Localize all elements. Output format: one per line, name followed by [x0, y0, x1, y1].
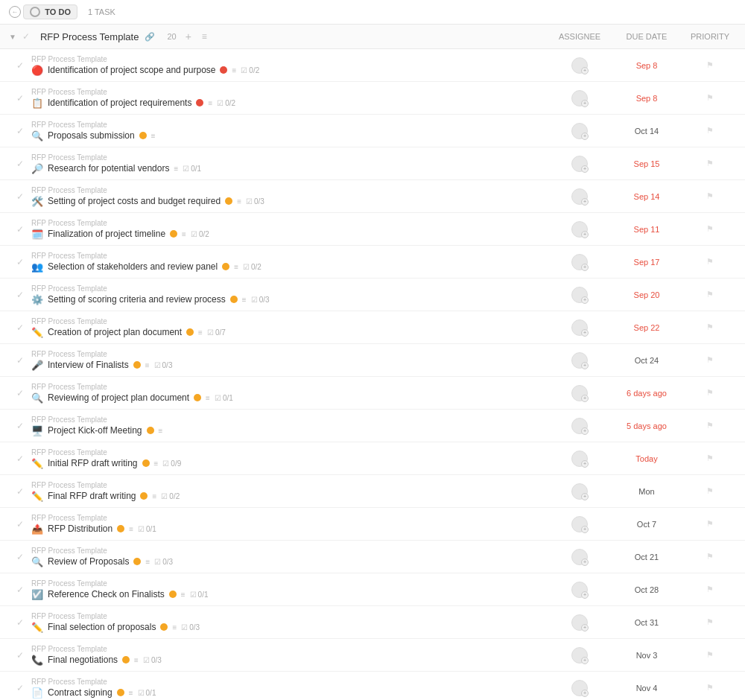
task-row[interactable]: ✓ RFP Process Template 🔴 Identification … — [0, 49, 745, 82]
task-name[interactable]: Project Kick-off Meeting — [48, 425, 142, 436]
check-col[interactable]: ✓ — [9, 126, 31, 136]
assignee-cell[interactable]: + — [550, 385, 609, 401]
task-menu-icon[interactable]: ≡ — [154, 459, 159, 468]
check-col[interactable]: ✓ — [9, 159, 31, 169]
task-menu-icon[interactable]: ≡ — [181, 591, 186, 599]
task-menu-icon[interactable]: ≡ — [152, 492, 156, 500]
check-col[interactable]: ✓ — [9, 650, 31, 661]
check-col[interactable]: ✓ — [9, 322, 31, 333]
priority-cell[interactable]: ⚑ — [684, 519, 736, 529]
task-row[interactable]: ✓ RFP Process Template 🎤 Interview of Fi… — [0, 344, 745, 377]
due-date-cell[interactable]: Sep 20 — [609, 290, 684, 299]
avatar[interactable]: + — [571, 188, 588, 205]
assignee-cell[interactable]: + — [550, 188, 609, 205]
check-col[interactable]: ✓ — [9, 683, 31, 693]
task-name[interactable]: Reference Check on Finalists — [48, 589, 165, 599]
task-name[interactable]: Initial RFP draft writing — [48, 458, 138, 468]
priority-cell[interactable]: ⚑ — [684, 617, 736, 627]
task-menu-icon[interactable]: ≡ — [172, 623, 177, 631]
avatar[interactable]: + — [571, 221, 588, 238]
due-date-cell[interactable]: Sep 15 — [609, 159, 684, 168]
due-date-cell[interactable]: Oct 24 — [609, 356, 684, 365]
back-button[interactable]: ← — [9, 6, 21, 18]
task-name[interactable]: Review of Proposals — [48, 556, 129, 567]
check-col[interactable]: ✓ — [9, 191, 31, 202]
task-menu-icon[interactable]: ≡ — [182, 230, 186, 238]
task-menu-icon[interactable]: ≡ — [237, 197, 241, 206]
priority-cell[interactable]: ⚑ — [684, 290, 736, 299]
avatar[interactable]: + — [571, 582, 588, 598]
avatar[interactable]: + — [571, 647, 588, 664]
check-col[interactable]: ✓ — [9, 257, 31, 267]
task-row[interactable]: ✓ RFP Process Template 📤 RFP Distributio… — [0, 508, 745, 541]
assignee-cell[interactable]: + — [550, 582, 609, 598]
due-date-cell[interactable]: Sep 11 — [609, 225, 684, 234]
task-row[interactable]: ✓ RFP Process Template 🔍 Reviewing of pr… — [0, 377, 745, 410]
priority-cell[interactable]: ⚑ — [684, 191, 736, 201]
assignee-cell[interactable]: + — [550, 516, 609, 532]
check-col[interactable]: ✓ — [9, 60, 31, 71]
priority-cell[interactable]: ⚑ — [684, 683, 736, 693]
task-row[interactable]: ✓ RFP Process Template ☑️ Reference Chec… — [0, 573, 745, 606]
avatar[interactable]: + — [571, 385, 588, 401]
assignee-cell[interactable]: + — [550, 90, 609, 106]
task-menu-icon[interactable]: ≡ — [242, 296, 247, 304]
task-name[interactable]: Setting of scoring criteria and review p… — [48, 294, 226, 305]
avatar[interactable]: + — [571, 614, 588, 631]
task-menu-icon[interactable]: ≡ — [232, 66, 236, 74]
avatar[interactable]: + — [571, 451, 588, 467]
avatar[interactable]: + — [571, 680, 588, 696]
due-date-cell[interactable]: Oct 21 — [609, 553, 684, 561]
task-menu-icon[interactable]: ≡ — [134, 656, 139, 664]
priority-cell[interactable]: ⚑ — [684, 454, 736, 463]
due-date-cell[interactable]: Sep 17 — [609, 258, 684, 267]
task-row[interactable]: ✓ RFP Process Template 📞 Final negotiati… — [0, 639, 745, 672]
assignee-cell[interactable]: + — [550, 57, 609, 74]
due-date-cell[interactable]: Sep 14 — [609, 192, 684, 201]
task-menu-icon[interactable]: ≡ — [151, 132, 156, 140]
priority-cell[interactable]: ⚑ — [684, 552, 736, 561]
task-menu-icon[interactable]: ≡ — [234, 263, 238, 271]
task-row[interactable]: ✓ RFP Process Template 🔎 Research for po… — [0, 147, 745, 180]
priority-cell[interactable]: ⚑ — [684, 421, 736, 430]
check-col[interactable]: ✓ — [9, 421, 31, 431]
check-col[interactable]: ✓ — [9, 454, 31, 464]
task-name[interactable]: Final negotiations — [48, 655, 118, 665]
task-name[interactable]: Final selection of proposals — [48, 622, 156, 632]
assignee-cell[interactable]: + — [550, 647, 609, 664]
collapse-arrow[interactable]: ▼ — [9, 33, 16, 41]
avatar[interactable]: + — [571, 319, 588, 336]
assignee-cell[interactable]: + — [550, 123, 609, 139]
task-menu-icon[interactable]: ≡ — [129, 689, 133, 697]
check-col[interactable]: ✓ — [9, 585, 31, 595]
priority-cell[interactable]: ⚑ — [684, 585, 736, 594]
avatar[interactable]: + — [571, 90, 588, 106]
check-col[interactable]: ✓ — [9, 388, 31, 398]
task-row[interactable]: ✓ RFP Process Template ✏️ Creation of pr… — [0, 311, 745, 344]
check-col[interactable]: ✓ — [9, 552, 31, 562]
due-date-cell[interactable]: Today — [609, 454, 684, 463]
priority-cell[interactable]: ⚑ — [684, 93, 736, 103]
task-name[interactable]: Final RFP draft writing — [48, 491, 136, 501]
assignee-cell[interactable]: + — [550, 614, 609, 631]
task-row[interactable]: ✓ RFP Process Template 🗓️ Finalization o… — [0, 213, 745, 246]
assignee-cell[interactable]: + — [550, 287, 609, 303]
avatar[interactable]: + — [571, 57, 588, 74]
avatar[interactable]: + — [571, 549, 588, 565]
task-name[interactable]: Setting of project costs and budget requ… — [48, 196, 221, 206]
due-date-cell[interactable]: Oct 7 — [609, 520, 684, 529]
due-date-cell[interactable]: Nov 3 — [609, 651, 684, 660]
assignee-cell[interactable]: + — [550, 319, 609, 336]
priority-cell[interactable]: ⚑ — [684, 322, 736, 332]
task-row[interactable]: ✓ RFP Process Template 🖥️ Project Kick-o… — [0, 410, 745, 442]
assignee-cell[interactable]: + — [550, 680, 609, 696]
task-menu-icon[interactable]: ≡ — [206, 394, 210, 402]
avatar[interactable]: + — [571, 418, 588, 434]
task-name[interactable]: Finalization of project timeline — [48, 229, 165, 239]
priority-cell[interactable]: ⚑ — [684, 257, 736, 267]
assignee-cell[interactable]: + — [550, 549, 609, 565]
priority-cell[interactable]: ⚑ — [684, 388, 736, 398]
due-date-cell[interactable]: 6 days ago — [609, 389, 684, 398]
task-row[interactable]: ✓ RFP Process Template ✏️ Initial RFP dr… — [0, 442, 745, 475]
task-name[interactable]: Proposals submission — [48, 130, 135, 141]
